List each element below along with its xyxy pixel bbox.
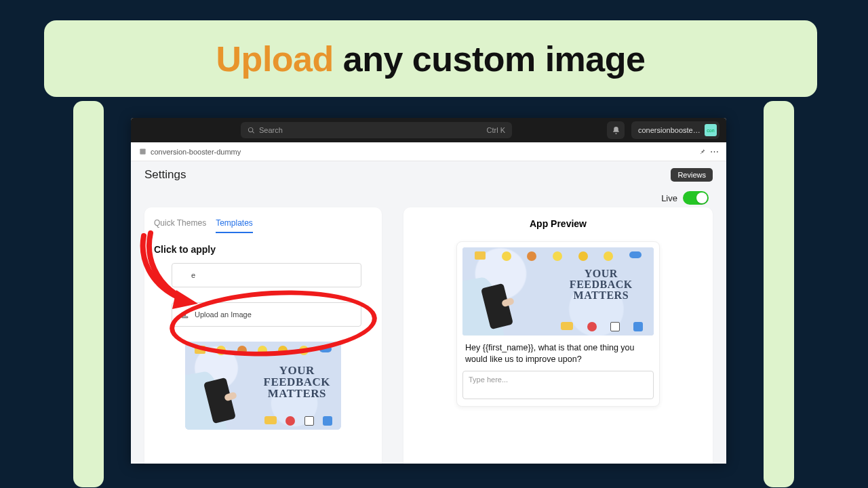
page-title: Settings bbox=[144, 168, 186, 182]
option-label-partial: e bbox=[191, 271, 195, 279]
preview-card: YOURFEEDBACKMATTERS Hey {{first_name}}, … bbox=[456, 241, 660, 407]
reviews-button[interactable]: Reviews bbox=[671, 168, 713, 182]
preview-question: Hey {{first_name}}, what is that one thi… bbox=[465, 342, 651, 365]
hero-banner: Upload any custom image bbox=[44, 20, 817, 97]
svg-rect-0 bbox=[140, 148, 145, 154]
app-icon bbox=[139, 148, 146, 155]
tab-quick-themes[interactable]: Quick Themes bbox=[154, 214, 206, 233]
settings-panel: Quick Themes Templates Click to apply e … bbox=[144, 207, 382, 464]
content: Settings Reviews Live Quick Themes Templ… bbox=[131, 161, 726, 464]
search-input[interactable]: Search Ctrl K bbox=[241, 122, 512, 138]
decor-pillar-right bbox=[764, 101, 794, 487]
topbar: Search Ctrl K conersionbooster-che... co… bbox=[131, 118, 726, 142]
hero-title: Upload any custom image bbox=[216, 39, 646, 79]
preview-panel: App Preview YOURFEEDBACKMATTERS bbox=[403, 207, 713, 464]
notifications-button[interactable] bbox=[607, 121, 625, 139]
upload-icon bbox=[180, 310, 189, 319]
live-toggle[interactable] bbox=[683, 191, 709, 205]
app-window: Search Ctrl K conersionbooster-che... co… bbox=[131, 118, 726, 464]
template-thumbnail[interactable]: YOURFEEDBACKMATTERS bbox=[185, 342, 341, 430]
upload-label: Upload an Image bbox=[195, 310, 252, 319]
hero-title-accent: Upload bbox=[216, 39, 334, 79]
user-label: conersionbooster-che... bbox=[638, 126, 701, 134]
upload-image-button[interactable]: Upload an Image bbox=[172, 302, 361, 327]
decor-pillar-left bbox=[73, 101, 104, 487]
live-label: Live bbox=[661, 193, 677, 203]
pin-icon[interactable] bbox=[698, 148, 706, 156]
search-placeholder: Search bbox=[259, 126, 283, 134]
hero-title-rest: any custom image bbox=[334, 39, 646, 79]
preview-image: YOURFEEDBACKMATTERS bbox=[462, 247, 654, 336]
preview-answer-input[interactable]: Type here... bbox=[462, 371, 654, 399]
tabs: Quick Themes Templates bbox=[154, 214, 372, 233]
breadcrumb[interactable]: conversion-booster-dummy bbox=[151, 148, 241, 156]
preview-title: App Preview bbox=[530, 218, 587, 229]
user-menu[interactable]: conersionbooster-che... con bbox=[631, 121, 719, 139]
apply-heading: Click to apply bbox=[154, 244, 372, 255]
search-icon bbox=[248, 127, 255, 134]
avatar: con bbox=[705, 124, 717, 136]
search-shortcut: Ctrl K bbox=[487, 126, 506, 134]
bell-icon bbox=[612, 126, 620, 135]
template-option[interactable]: e bbox=[172, 263, 361, 287]
tab-templates[interactable]: Templates bbox=[216, 214, 253, 233]
more-icon[interactable]: ⋯ bbox=[710, 148, 718, 156]
breadcrumb-bar: conversion-booster-dummy ⋯ bbox=[131, 142, 726, 161]
